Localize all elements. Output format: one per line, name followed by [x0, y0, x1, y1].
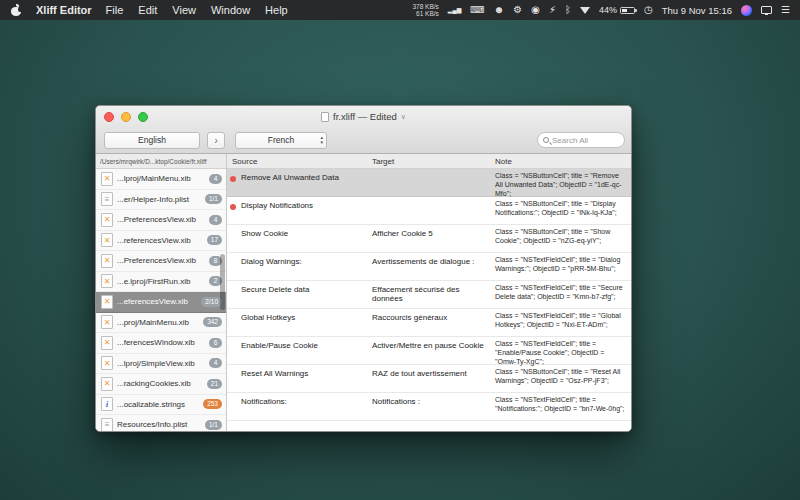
note-cell: Class = "NSTextFieldCell"; title = "Enab…	[490, 337, 631, 364]
battery-indicator[interactable]: 44%	[599, 5, 635, 15]
user-icon[interactable]: ☻	[494, 5, 505, 15]
note-cell: Class = "NSButtonCell"; title = "Remove …	[490, 169, 631, 196]
screen-record-icon[interactable]: ◉	[531, 5, 540, 15]
search-input[interactable]	[552, 136, 619, 145]
net-up-label: 378 KB/s	[412, 3, 438, 10]
sidebar-item[interactable]: ...PreferencesView.xib4	[96, 210, 226, 231]
menu-bar-clock[interactable]: Thu 9 Nov 15:16	[662, 5, 732, 16]
target-cell[interactable]: Afficher Cookie 5	[367, 225, 490, 252]
siri-icon[interactable]	[741, 5, 752, 16]
sidebar-item[interactable]: ...ferencesWindow.xib6	[96, 333, 226, 354]
count-badge: 4	[209, 358, 222, 368]
menu-window[interactable]: Window	[211, 4, 250, 16]
untranslated-dot-icon	[230, 176, 236, 182]
sidebar-item[interactable]: ...rackingCookies.xib21	[96, 374, 226, 395]
sidebar-scrollbar[interactable]	[220, 254, 225, 310]
target-cell[interactable]: Activer/Mettre en pause Cookie	[367, 337, 490, 364]
zoom-button[interactable]	[138, 112, 148, 122]
source-cell[interactable]: Secure Delete data	[227, 281, 367, 308]
xib-file-icon	[101, 172, 113, 186]
table-row[interactable]: Global HotkeysRaccourcis générauxClass =…	[227, 309, 631, 337]
source-cell[interactable]: Reset All Warnings	[227, 365, 367, 392]
window-chrome: fr.xliff — Edited ∨ English › French ▴▾	[96, 106, 631, 154]
close-button[interactable]	[104, 112, 114, 122]
menu-help[interactable]: Help	[265, 4, 288, 16]
table-row[interactable]: Display NotificationsClass = "NSButtonCe…	[227, 197, 631, 225]
sidebar-item[interactable]: ...eferencesView.xib2/10	[96, 292, 226, 313]
count-badge: 21	[207, 379, 222, 389]
file-name: ...rackingCookies.xib	[117, 379, 203, 388]
source-language-button[interactable]: English	[104, 132, 200, 149]
target-cell[interactable]	[367, 169, 490, 196]
sidebar-item[interactable]: ...PreferencesView.xib8	[96, 251, 226, 272]
sidebar-item[interactable]: ...referencesView.xib17	[96, 231, 226, 252]
menu-view[interactable]: View	[172, 4, 196, 16]
apple-menu-icon[interactable]	[10, 4, 22, 16]
source-cell[interactable]: Show Cookie	[227, 225, 367, 252]
toolbar: English › French ▴▾	[96, 127, 631, 153]
sidebar-item[interactable]: ...er/Helper-Info.plist1/1	[96, 190, 226, 211]
table-row[interactable]: Enable/Pause CookieActiver/Mettre en pau…	[227, 337, 631, 365]
sidebar-item[interactable]: ...e.lproj/FirstRun.xib2	[96, 272, 226, 293]
xib-file-icon	[101, 315, 113, 329]
xib-file-icon	[101, 377, 113, 391]
menu-bar-status-area: 378 KB/s 61 KB/s ▂▄▆ ⌨ ☻ ⚙ ◉ ⚡ ᛒ 44% ◷ T…	[412, 3, 790, 17]
count-badge: 6	[209, 338, 222, 348]
column-header-target[interactable]: Target	[367, 157, 490, 166]
gear-icon[interactable]: ⚙	[513, 5, 522, 15]
xib-file-icon	[101, 213, 113, 227]
table-row[interactable]: Dialog Warnings:Avertissements de dialog…	[227, 253, 631, 281]
language-direction-button[interactable]: ›	[207, 132, 225, 149]
power-icon[interactable]: ⚡	[549, 5, 556, 15]
input-source-icon[interactable]: ⌨	[470, 5, 484, 15]
source-cell[interactable]: Dialog Warnings:	[227, 253, 367, 280]
xib-file-icon	[101, 254, 113, 268]
target-cell[interactable]	[367, 197, 490, 224]
target-cell[interactable]: Raccourcis généraux	[367, 309, 490, 336]
traffic-lights	[104, 112, 148, 122]
source-cell[interactable]: Notifications:	[227, 393, 367, 420]
file-name: ...er/Helper-Info.plist	[117, 195, 201, 204]
table-row[interactable]: Remove All Unwanted DataClass = "NSButto…	[227, 169, 631, 197]
sidebar-item[interactable]: ...proj/MainMenu.xib342	[96, 313, 226, 334]
title-bar[interactable]: fr.xliff — Edited ∨	[96, 106, 631, 127]
table-row[interactable]: Secure Delete dataEffacement sécurisé de…	[227, 281, 631, 309]
table-row[interactable]: Notifications:Notifications :Class = "NS…	[227, 393, 631, 421]
table-row[interactable]: Reset All WarningsRAZ de tout avertissem…	[227, 365, 631, 393]
bandwidth-graph-icon[interactable]: ▂▄▆	[448, 5, 461, 15]
table-body: Remove All Unwanted DataClass = "NSButto…	[227, 169, 631, 421]
file-name: ...ocalizable.strings	[117, 400, 199, 409]
source-cell[interactable]: Remove All Unwanted Data	[227, 169, 367, 196]
target-cell[interactable]: RAZ de tout avertissement	[367, 365, 490, 392]
sidebar-item[interactable]: ...lproj/SimpleView.xib4	[96, 354, 226, 375]
minimize-button[interactable]	[121, 112, 131, 122]
sidebar-item[interactable]: ...lproj/MainMenu.xib4	[96, 169, 226, 190]
wifi-icon[interactable]	[580, 7, 590, 14]
target-language-popup[interactable]: French ▴▾	[235, 132, 327, 149]
search-field[interactable]	[537, 132, 625, 148]
file-name: ...lproj/SimpleView.xib	[117, 359, 205, 368]
notification-center-icon[interactable]: ☰	[781, 5, 790, 15]
sidebar-item[interactable]: Resources/Info.plist1/1	[96, 415, 226, 432]
menu-edit[interactable]: Edit	[138, 4, 157, 16]
target-cell[interactable]: Notifications :	[367, 393, 490, 420]
table-row[interactable]: Show CookieAfficher Cookie 5Class = "NSB…	[227, 225, 631, 253]
source-cell[interactable]: Enable/Pause Cookie	[227, 337, 367, 364]
network-speed-indicator[interactable]: 378 KB/s 61 KB/s	[412, 3, 438, 17]
file-name: Resources/Info.plist	[117, 420, 201, 429]
app-menu-title[interactable]: Xliff Editor	[36, 4, 92, 16]
source-cell[interactable]: Global Hotkeys	[227, 309, 367, 336]
display-icon[interactable]	[761, 6, 772, 14]
column-header-source[interactable]: Source	[227, 157, 367, 166]
document-proxy-icon[interactable]	[321, 112, 329, 122]
title-chevron-icon[interactable]: ∨	[401, 113, 406, 121]
target-cell[interactable]: Avertissements de dialogue :	[367, 253, 490, 280]
window-title: fr.xliff — Edited	[333, 111, 397, 122]
target-cell[interactable]: Effacement sécurisé des données	[367, 281, 490, 308]
source-cell[interactable]: Display Notifications	[227, 197, 367, 224]
column-header-note[interactable]: Note	[490, 157, 631, 166]
bluetooth-icon[interactable]: ᛒ	[565, 5, 571, 15]
sidebar-item[interactable]: ...ocalizable.strings253	[96, 395, 226, 416]
menu-file[interactable]: File	[106, 4, 124, 16]
clock-icon[interactable]: ◷	[644, 5, 653, 15]
